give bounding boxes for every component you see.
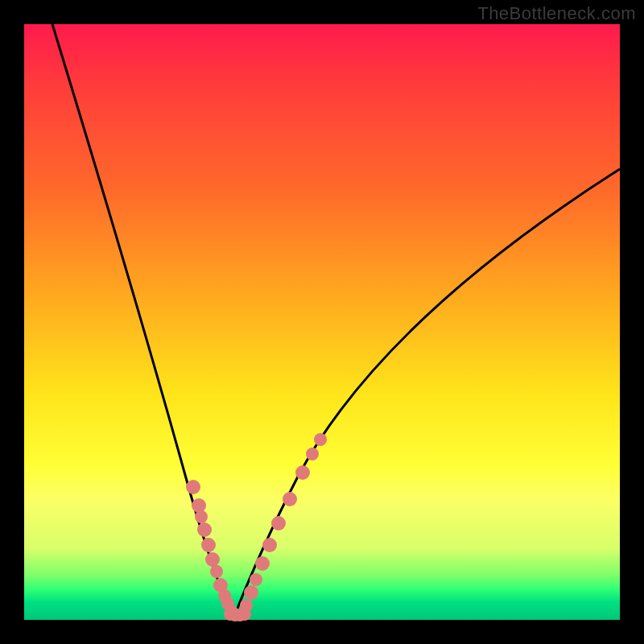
- svg-point-19: [262, 538, 277, 552]
- svg-point-21: [283, 492, 297, 506]
- svg-point-18: [255, 556, 270, 571]
- watermark-text: TheBottleneck.com: [477, 3, 636, 24]
- chart-frame: TheBottleneck.com: [0, 0, 644, 644]
- svg-point-4: [201, 538, 216, 552]
- svg-point-5: [205, 552, 220, 567]
- svg-point-16: [244, 585, 258, 600]
- svg-point-1: [192, 498, 206, 513]
- svg-point-17: [250, 573, 262, 586]
- dot-cluster-right: [240, 433, 327, 612]
- svg-point-15: [240, 599, 253, 612]
- plot-area: [24, 24, 620, 620]
- dot-cluster-left: [186, 480, 238, 618]
- svg-point-20: [271, 516, 286, 530]
- curve-layer: [24, 24, 620, 620]
- svg-point-2: [195, 510, 208, 523]
- curve-right: [235, 169, 620, 614]
- svg-point-6: [210, 565, 223, 578]
- svg-point-3: [197, 522, 212, 537]
- svg-point-23: [306, 448, 319, 460]
- svg-point-24: [314, 433, 327, 446]
- svg-point-22: [295, 465, 310, 480]
- svg-point-0: [186, 480, 200, 494]
